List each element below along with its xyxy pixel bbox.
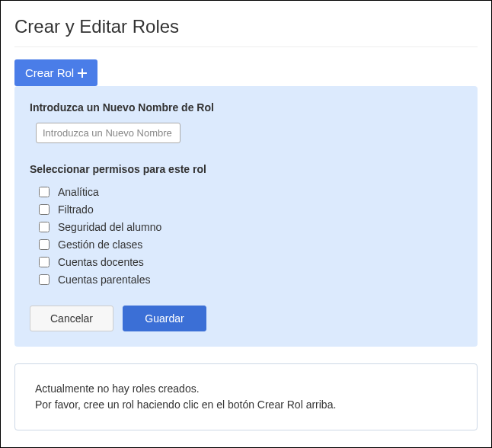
create-role-button[interactable]: Crear Rol (14, 59, 97, 86)
permission-item: Analítica (36, 184, 462, 200)
permission-label: Filtrado (58, 203, 94, 216)
permission-item: Filtrado (36, 202, 462, 217)
role-name-input[interactable] (36, 123, 181, 143)
empty-state-box: Actualmente no hay roles creados. Por fa… (14, 363, 478, 430)
permission-item: Seguridad del alumno (36, 219, 462, 235)
permission-label: Seguridad del alumno (58, 221, 161, 233)
permission-label: Cuentas parentales (58, 274, 150, 286)
permission-label: Cuentas docentes (58, 256, 144, 268)
permissions-list: Analítica Filtrado Seguridad del alumno … (36, 184, 462, 287)
permission-item: Cuentas docentes (36, 254, 462, 270)
role-name-label: Introduzca un Nuevo Nombre de Rol (30, 101, 462, 114)
permission-checkbox-student-safety[interactable] (39, 222, 50, 232)
permission-item: Cuentas parentales (36, 272, 462, 287)
permission-item: Gestión de clases (36, 237, 462, 252)
permission-checkbox-parent-accounts[interactable] (39, 274, 50, 285)
permission-label: Gestión de clases (58, 238, 142, 251)
cancel-button[interactable]: Cancelar (30, 306, 113, 331)
permission-label: Analítica (58, 186, 99, 198)
permission-checkbox-analytics[interactable] (39, 187, 50, 197)
save-button[interactable]: Guardar (123, 306, 206, 331)
plus-icon (78, 69, 87, 78)
permissions-label: Seleccionar permisos para este rol (30, 163, 462, 175)
role-form-panel: Introduzca un Nuevo Nombre de Rol Selecc… (14, 86, 478, 347)
empty-state-line2: Por favor, cree un rol haciendo clic en … (35, 397, 457, 413)
empty-state-line1: Actualmente no hay roles creados. (35, 381, 457, 397)
permission-checkbox-filtering[interactable] (39, 204, 50, 215)
create-role-button-label: Crear Rol (25, 66, 74, 79)
divider (14, 46, 478, 47)
permission-checkbox-class-management[interactable] (39, 239, 50, 250)
permission-checkbox-teacher-accounts[interactable] (39, 257, 50, 267)
page-title: Crear y Editar Roles (14, 16, 478, 37)
